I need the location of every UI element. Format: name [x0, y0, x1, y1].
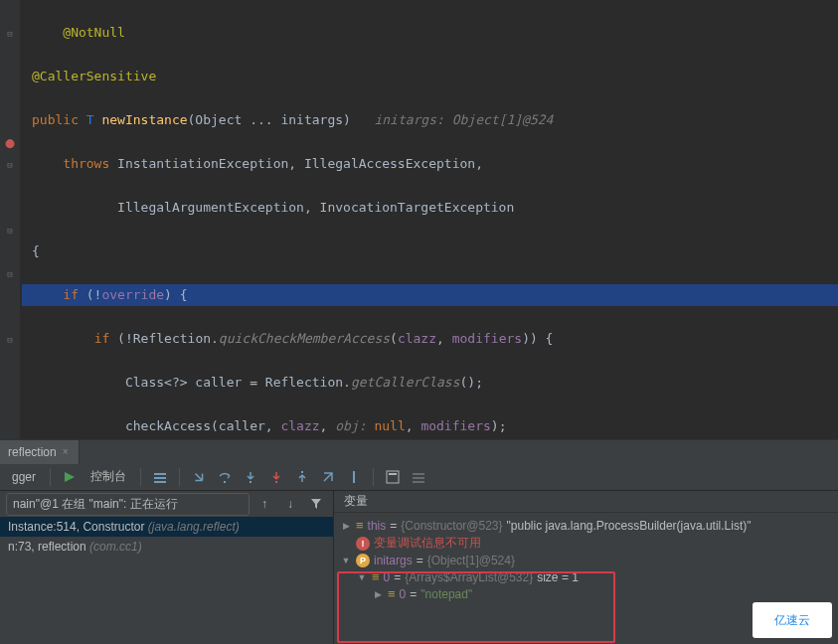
- separator: [50, 468, 51, 486]
- txt: ,: [304, 200, 312, 215]
- inline-hint: initargs: Object[1]@524: [374, 112, 553, 127]
- object-icon: ≡: [356, 518, 364, 533]
- field: modifiers: [420, 418, 490, 433]
- var-value: {Object[1]@524}: [427, 554, 515, 567]
- txt: );: [491, 418, 507, 433]
- logo-badge: 亿速云: [753, 602, 832, 638]
- var-name: initargs: [374, 554, 413, 567]
- step-over-icon[interactable]: [214, 466, 236, 488]
- frames-list[interactable]: Instance:514, Constructor (java.lang.ref…: [0, 517, 333, 644]
- separator: [140, 468, 141, 486]
- tab-label: reflection: [8, 445, 57, 459]
- field: modifiers: [452, 331, 522, 346]
- field: clazz: [398, 331, 436, 346]
- txt: ,: [436, 331, 444, 346]
- var-row-initargs[interactable]: ▼ P initargs = {Object[1]@524}: [340, 553, 832, 568]
- kw: throws: [63, 156, 109, 171]
- frame-item[interactable]: Instance:514, Constructor (java.lang.ref…: [0, 517, 333, 537]
- thread-selector[interactable]: nain"@1 在组 "main": 正在运行: [6, 493, 250, 516]
- layout-icon[interactable]: [149, 466, 171, 488]
- txt: (Object ... initargs): [188, 112, 351, 127]
- var-size: size = 1: [537, 570, 579, 584]
- var-row-list-0[interactable]: ▶ ≡ 0 = "notepad": [340, 585, 832, 602]
- debugger-tab[interactable]: gger: [6, 470, 42, 484]
- close-icon[interactable]: ×: [63, 446, 69, 457]
- txt: )) {: [522, 331, 553, 346]
- console-tab[interactable]: 控制台: [84, 468, 132, 485]
- svg-rect-0: [154, 473, 166, 475]
- fold-icon[interactable]: ⊟: [5, 160, 15, 170]
- var-row-error: ! 变量调试信息不可用: [340, 534, 832, 553]
- frames-header: nain"@1 在组 "main": 正在运行 ↑ ↓: [0, 491, 333, 517]
- resume-icon[interactable]: [59, 466, 81, 488]
- kw: if: [94, 331, 110, 346]
- drop-frame-icon[interactable]: [317, 466, 339, 488]
- var-name: 0: [400, 587, 407, 601]
- txt: =: [410, 587, 417, 601]
- error-icon: !: [356, 537, 370, 551]
- svg-rect-3: [224, 481, 226, 483]
- var-value: "notepad": [420, 587, 472, 601]
- svg-rect-6: [301, 471, 303, 473]
- fold-icon[interactable]: ⊟: [5, 226, 15, 236]
- expand-icon[interactable]: ▶: [372, 589, 384, 599]
- kw: if: [63, 287, 79, 302]
- filter-icon[interactable]: [305, 493, 327, 515]
- prev-frame-icon[interactable]: ↑: [253, 493, 275, 515]
- svg-rect-5: [275, 481, 277, 483]
- var-name: 0: [384, 570, 391, 584]
- txt: ,: [406, 418, 421, 433]
- txt: ) {: [164, 287, 187, 302]
- debug-tab-bar: reflection ×: [0, 439, 838, 463]
- step-into-icon[interactable]: [240, 466, 261, 488]
- var-row-array-0[interactable]: ▼ ≡ 0 = {Arrays$ArrayList@532} size = 1: [340, 568, 832, 585]
- field: clazz: [280, 418, 319, 433]
- txt: (!Reflection.: [117, 331, 219, 346]
- separator: [373, 468, 374, 486]
- step-out-icon[interactable]: [291, 466, 313, 488]
- show-exec-icon[interactable]: [188, 466, 210, 488]
- svg-rect-1: [154, 477, 166, 479]
- run-to-cursor-icon[interactable]: [343, 466, 365, 488]
- frame-pkg: (java.lang.reflect): [148, 520, 240, 534]
- code-area[interactable]: @NotNull @CallerSensitive public T newIn…: [0, 0, 838, 439]
- kw: null: [374, 418, 405, 433]
- code-editor[interactable]: ⊟ ⬤ ⊟ ⊟ ⊟ ⊟ @NotNull @CallerSensitive pu…: [0, 0, 838, 439]
- var-name: this: [368, 519, 387, 533]
- fold-icon[interactable]: ⊟: [5, 29, 15, 39]
- breakpoint-icon[interactable]: ⬤: [5, 138, 15, 148]
- svg-rect-2: [154, 481, 166, 483]
- next-frame-icon[interactable]: ↓: [279, 493, 301, 515]
- force-step-into-icon[interactable]: [265, 466, 287, 488]
- param-icon: P: [356, 554, 370, 567]
- annotation: @CallerSensitive: [32, 69, 156, 83]
- frames-panel: nain"@1 在组 "main": 正在运行 ↑ ↓ Instance:514…: [0, 491, 334, 644]
- frame-label: Instance:514, Constructor: [8, 520, 148, 534]
- svg-rect-4: [250, 481, 251, 483]
- param-hint: obj:: [335, 418, 366, 433]
- expand-icon[interactable]: ▶: [340, 521, 352, 531]
- txt: Class<?> caller = Reflection.: [125, 375, 351, 390]
- error-text: 变量调试信息不可用: [374, 535, 481, 552]
- txt: (: [390, 331, 398, 346]
- collapse-icon[interactable]: ▼: [356, 572, 368, 582]
- txt: ,: [320, 418, 336, 433]
- static-method: quickCheckMemberAccess: [219, 331, 390, 346]
- debug-tab-reflection[interactable]: reflection ×: [0, 440, 80, 464]
- frame-item[interactable]: n:73, reflection (com.cc1): [0, 537, 333, 557]
- txt: =: [417, 554, 423, 567]
- fold-icon[interactable]: ⊟: [5, 335, 15, 345]
- logo-text: 亿速云: [774, 612, 810, 629]
- fold-icon[interactable]: ⊟: [5, 269, 15, 279]
- object-icon: ≡: [372, 569, 380, 584]
- object-icon: ≡: [388, 586, 396, 601]
- trace-icon[interactable]: [408, 466, 429, 488]
- var-row-this[interactable]: ▶ ≡ this = {Constructor@523} "public jav…: [340, 517, 832, 534]
- evaluate-icon[interactable]: [382, 466, 404, 488]
- txt: {: [32, 243, 40, 258]
- txt: InstantiationException: [117, 156, 288, 171]
- var-value: {Constructor@523}: [401, 519, 502, 533]
- variables-title: 变量: [334, 491, 838, 513]
- txt: checkAccess(caller,: [125, 418, 281, 433]
- collapse-icon[interactable]: ▼: [340, 556, 352, 565]
